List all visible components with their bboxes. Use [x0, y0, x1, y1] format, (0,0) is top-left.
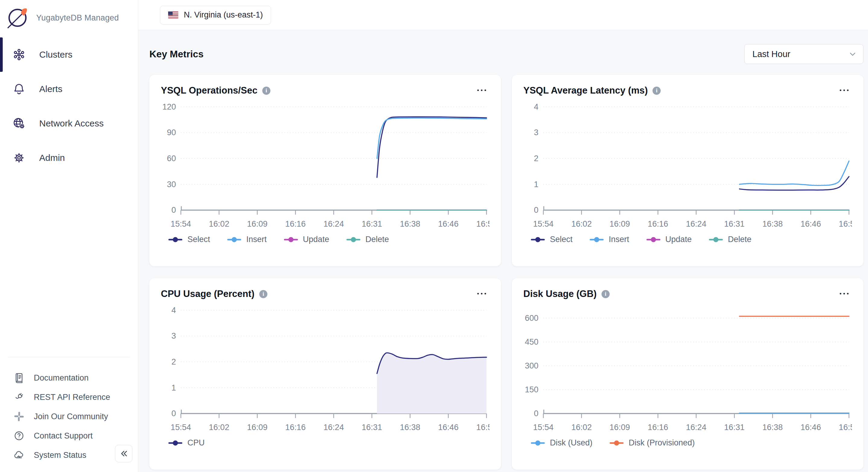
- svg-text:150: 150: [525, 385, 538, 394]
- svg-text:16:09: 16:09: [610, 423, 630, 432]
- legend-item-delete[interactable]: Delete: [709, 235, 751, 244]
- link-label: System Status: [34, 450, 86, 460]
- svg-text:16:02: 16:02: [571, 423, 592, 432]
- link-join-our-community[interactable]: Join Our Community: [0, 407, 138, 426]
- ellipsis-icon: [476, 88, 488, 92]
- svg-text:16:16: 16:16: [648, 219, 668, 228]
- link-rest-api-reference[interactable]: REST API Reference: [0, 387, 138, 407]
- svg-text:2: 2: [172, 357, 176, 366]
- svg-text:0: 0: [534, 206, 538, 215]
- cloud-status-icon: [13, 449, 25, 461]
- sidebar-collapse-button[interactable]: [115, 445, 132, 462]
- svg-text:4: 4: [534, 102, 538, 112]
- sidebar-item-label: Network Access: [39, 118, 103, 129]
- cpu-usage-chart: 0123415:5416:0216:0916:1616:2416:3116:38…: [161, 302, 490, 434]
- svg-text:1: 1: [534, 180, 538, 189]
- region-label: N. Virginia (us-east-1): [184, 10, 263, 20]
- sidebar-item-label: Clusters: [39, 50, 72, 60]
- legend-label: Insert: [246, 235, 267, 244]
- chart-legend: SelectInsertUpdateDelete: [523, 235, 852, 244]
- card-cpu-usage: CPU Usage (Percent) i 0123415:5416:0216:…: [149, 278, 501, 470]
- legend-label: Disk (Used): [550, 438, 592, 447]
- sidebar-item-admin[interactable]: Admin: [0, 147, 138, 168]
- link-documentation[interactable]: Documentation: [0, 368, 138, 387]
- svg-text:16:38: 16:38: [763, 423, 783, 432]
- svg-text:16:02: 16:02: [209, 219, 229, 228]
- svg-text:16:38: 16:38: [400, 423, 421, 432]
- card-menu-button[interactable]: [836, 86, 852, 95]
- svg-text:0: 0: [172, 206, 176, 215]
- card-title: YSQL Average Latency (ms): [523, 85, 648, 96]
- sidebar-item-label: Alerts: [39, 84, 62, 94]
- bell-icon: [12, 82, 26, 96]
- legend-label: Delete: [728, 235, 751, 244]
- chart-legend: SelectInsertUpdateDelete: [161, 235, 490, 244]
- card-menu-button[interactable]: [474, 290, 490, 298]
- sidebar-item-network-access[interactable]: Network Access: [0, 113, 138, 134]
- metrics-header-row: Key Metrics Last Hour: [149, 44, 864, 64]
- svg-text:0: 0: [534, 409, 538, 418]
- legend-item-update[interactable]: Update: [646, 235, 692, 244]
- legend-item-update[interactable]: Update: [284, 235, 329, 244]
- content: Key Metrics Last Hour YSQL Operations/Se…: [138, 30, 868, 472]
- info-icon[interactable]: i: [259, 290, 268, 298]
- legend-marker: [168, 236, 183, 243]
- card-disk-usage: Disk Usage (GB) i 015030045060015:5416:0…: [512, 278, 864, 470]
- legend-item-disk-provisioned[interactable]: Disk (Provisioned): [609, 438, 695, 447]
- chart-legend: Disk (Used)Disk (Provisioned): [523, 438, 852, 447]
- svg-text:3: 3: [172, 332, 176, 341]
- sidebar-item-alerts[interactable]: Alerts: [0, 78, 138, 100]
- card-title: CPU Usage (Percent): [161, 288, 254, 300]
- info-icon[interactable]: i: [262, 87, 271, 95]
- svg-text:16:02: 16:02: [209, 423, 229, 432]
- info-icon[interactable]: i: [601, 290, 610, 298]
- svg-text:16:16: 16:16: [285, 219, 306, 228]
- logo-row: YugabyteDB Managed: [0, 0, 138, 31]
- card-ysql-latency: YSQL Average Latency (ms) i 0123415:5416…: [512, 75, 864, 266]
- svg-text:16:09: 16:09: [610, 219, 630, 228]
- svg-text:15:54: 15:54: [170, 219, 191, 228]
- metrics-grid: YSQL Operations/Sec i 030609012015:5416:…: [149, 75, 864, 470]
- main-area: N. Virginia (us-east-1) Key Metrics Last…: [138, 0, 868, 472]
- legend-marker: [227, 236, 242, 243]
- svg-text:16:31: 16:31: [362, 423, 382, 432]
- chart-legend: CPU: [161, 438, 490, 447]
- legend-item-insert[interactable]: Insert: [227, 235, 267, 244]
- svg-text:16:54: 16:54: [839, 423, 852, 432]
- svg-text:16:31: 16:31: [362, 219, 382, 228]
- sidebar-item-clusters[interactable]: Clusters: [0, 44, 138, 65]
- active-indicator: [0, 37, 3, 72]
- card-ysql-operations: YSQL Operations/Sec i 030609012015:5416:…: [149, 75, 501, 266]
- region-badge[interactable]: N. Virginia (us-east-1): [160, 6, 271, 25]
- time-range-value: Last Hour: [752, 49, 790, 59]
- yugabytedb-logo-icon: [5, 5, 30, 30]
- legend-marker: [168, 440, 183, 446]
- sidebar-item-label: Admin: [39, 153, 65, 163]
- svg-text:300: 300: [525, 361, 538, 370]
- legend-item-disk-used[interactable]: Disk (Used): [531, 438, 592, 447]
- legend-item-cpu[interactable]: CPU: [168, 438, 205, 447]
- card-menu-button[interactable]: [474, 86, 490, 95]
- svg-text:15:54: 15:54: [170, 423, 191, 432]
- legend-item-delete[interactable]: Delete: [346, 235, 389, 244]
- card-header: YSQL Average Latency (ms) i: [523, 85, 852, 96]
- link-label: Contact Support: [34, 431, 93, 441]
- info-icon[interactable]: i: [652, 87, 661, 95]
- legend-item-select[interactable]: Select: [531, 235, 572, 244]
- plug-icon: [13, 391, 25, 403]
- question-circle-icon: [13, 430, 25, 442]
- legend-marker: [531, 236, 545, 243]
- svg-text:16:54: 16:54: [476, 423, 490, 432]
- legend-label: Delete: [366, 235, 389, 244]
- ysql-operations-chart: 030609012015:5416:0216:0916:1616:2416:31…: [161, 98, 490, 230]
- legend-item-insert[interactable]: Insert: [589, 235, 629, 244]
- card-menu-button[interactable]: [836, 290, 852, 298]
- svg-text:2: 2: [534, 154, 538, 163]
- legend-marker: [709, 236, 723, 243]
- time-range-select[interactable]: Last Hour: [744, 44, 864, 64]
- ellipsis-icon: [476, 291, 488, 296]
- card-title: Disk Usage (GB): [523, 288, 597, 300]
- svg-text:16:31: 16:31: [724, 423, 745, 432]
- legend-item-select[interactable]: Select: [168, 235, 210, 244]
- link-contact-support[interactable]: Contact Support: [0, 426, 138, 445]
